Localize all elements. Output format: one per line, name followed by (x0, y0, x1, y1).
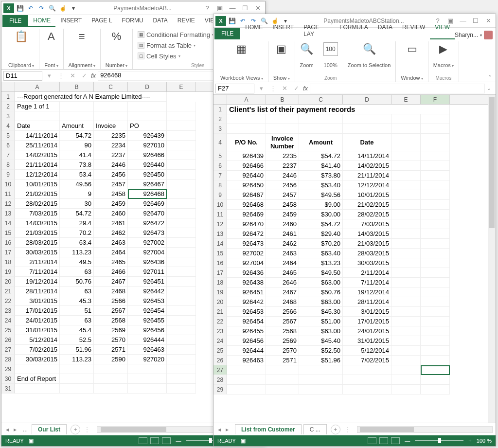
macros-button[interactable]: ▶ Macros Macros (428, 41, 459, 82)
cell[interactable] (60, 374, 94, 384)
row-header[interactable]: 20 (213, 297, 227, 307)
conditional-formatting-button[interactable]: ▦Conditional Formatting ▾ (138, 30, 214, 39)
row-header[interactable]: 15 (1, 228, 15, 238)
cell[interactable]: 926454 (227, 317, 266, 326)
cell[interactable]: 927004 (128, 248, 167, 257)
cell[interactable] (421, 356, 450, 365)
cell[interactable]: 926444 (128, 335, 167, 345)
paste-icon[interactable]: 📋 (15, 30, 28, 43)
cell[interactable]: 21/11/2014 (343, 171, 391, 180)
tab-insert[interactable]: INSERT (55, 15, 87, 27)
cell[interactable] (94, 384, 128, 394)
cell[interactable]: 7/11/2014 (15, 267, 60, 277)
qat-dropdown-icon[interactable]: ▾ (70, 4, 77, 12)
cell[interactable]: 2237 (266, 161, 299, 171)
row-header[interactable]: 16 (213, 258, 227, 268)
cell[interactable] (128, 102, 167, 111)
row-header[interactable]: 23 (1, 306, 15, 316)
cell[interactable]: 2457 (94, 179, 128, 189)
cell[interactable] (167, 325, 196, 335)
titlebar[interactable]: X 💾 ↶ ↷ 🔍 ☝ ▾ PaymentsMadetoAB... ? ▣ — … (1, 1, 265, 15)
tab-formula[interactable]: FORMULA (335, 22, 373, 39)
cell[interactable]: 14/03/2015 (15, 218, 60, 228)
tab-review[interactable]: REVIEW (397, 22, 430, 39)
cell[interactable]: $70.20 (299, 239, 343, 249)
cell[interactable]: 2568 (266, 326, 299, 336)
cell[interactable]: 2566 (94, 296, 128, 306)
cell[interactable]: 45.3 (60, 296, 94, 306)
cell[interactable] (167, 199, 196, 209)
cell[interactable] (343, 114, 391, 124)
cell[interactable]: P/O No. (227, 134, 266, 151)
cell[interactable] (167, 277, 196, 287)
cell[interactable] (266, 375, 299, 385)
macro-record-icon[interactable]: ▣ (241, 438, 246, 444)
cell[interactable]: 2468 (94, 287, 128, 296)
cell[interactable] (94, 364, 128, 374)
cell[interactable] (391, 385, 421, 394)
cell[interactable]: 10/01/2015 (343, 190, 391, 200)
cell[interactable] (128, 364, 167, 374)
cell[interactable]: InvoiceNumber (266, 134, 299, 151)
cell[interactable]: 926454 (128, 306, 167, 316)
cell[interactable]: 2235 (94, 131, 128, 141)
row-header[interactable]: 29 (213, 385, 227, 394)
tab-home[interactable]: HOME (28, 15, 55, 27)
cell[interactable]: 50.76 (60, 277, 94, 287)
cell[interactable] (421, 385, 450, 394)
cell[interactable]: 2458 (266, 200, 299, 210)
namebox-dropdown-icon[interactable]: ▾ (256, 85, 266, 92)
cell[interactable]: 926436 (128, 257, 167, 267)
cell[interactable]: 28/11/2014 (343, 297, 391, 307)
row-header[interactable]: 11 (213, 210, 227, 219)
horizontal-scrollbar[interactable] (357, 426, 493, 433)
cell[interactable]: 926473 (128, 228, 167, 238)
cell[interactable]: 3/01/2015 (15, 296, 60, 306)
cell[interactable] (391, 200, 421, 210)
cell[interactable]: 73.8 (60, 160, 94, 170)
cell[interactable] (94, 374, 128, 384)
cell[interactable]: 53.4 (60, 170, 94, 179)
workbook-views-button[interactable]: ▦ Workbook Views (215, 41, 268, 82)
cell[interactable] (421, 161, 450, 171)
cell[interactable]: 14/03/2015 (343, 229, 391, 239)
cell[interactable]: 17/01/2015 (15, 306, 60, 316)
cell[interactable]: 926469 (128, 199, 167, 209)
cell[interactable]: 17/01/2015 (343, 317, 391, 326)
cell[interactable] (15, 364, 60, 374)
cell[interactable]: 2457 (266, 190, 299, 200)
cell[interactable]: 2466 (94, 267, 128, 277)
cell[interactable] (421, 249, 450, 258)
cell[interactable]: $45.40 (299, 336, 343, 346)
row-header[interactable]: 9 (1, 170, 15, 179)
cell[interactable] (94, 111, 128, 121)
cell[interactable] (391, 239, 421, 249)
sheet-tab-our-list[interactable]: Our List (32, 424, 67, 434)
cell[interactable] (391, 278, 421, 287)
maximize-icon[interactable]: ☐ (471, 17, 480, 24)
row-header[interactable]: 26 (1, 335, 15, 345)
expand-formula-bar-icon[interactable]: ⌄ (487, 86, 494, 91)
cell[interactable] (421, 346, 450, 356)
cell[interactable]: 31/01/2015 (343, 336, 391, 346)
zoom-to-selection-button[interactable]: 🔍 Zoom to Selection (343, 41, 396, 82)
namebox-dropdown-icon[interactable]: ▾ (44, 72, 54, 79)
cell[interactable] (421, 219, 450, 229)
row-header[interactable]: 20 (1, 277, 15, 287)
zoom-out-icon[interactable]: — (176, 438, 181, 444)
cell[interactable]: 28/03/2015 (15, 238, 60, 248)
cell[interactable]: 54.72 (60, 209, 94, 218)
tab-home[interactable]: HOME (240, 22, 267, 39)
cell[interactable]: 926467 (227, 190, 266, 200)
cell[interactable]: 2462 (94, 228, 128, 238)
cell[interactable]: 2464 (266, 258, 299, 268)
cell[interactable] (391, 336, 421, 346)
row-header[interactable]: 22 (1, 296, 15, 306)
sheet-nav-prev-icon[interactable]: ◂ (4, 426, 10, 433)
enter-icon[interactable]: ✓ (291, 85, 301, 92)
cell[interactable]: 2467 (94, 277, 128, 287)
cell[interactable]: 51.96 (60, 345, 94, 355)
row-header[interactable]: 27 (1, 345, 15, 355)
cell[interactable]: 28/11/2014 (15, 287, 60, 296)
row-header[interactable]: 17 (1, 248, 15, 257)
